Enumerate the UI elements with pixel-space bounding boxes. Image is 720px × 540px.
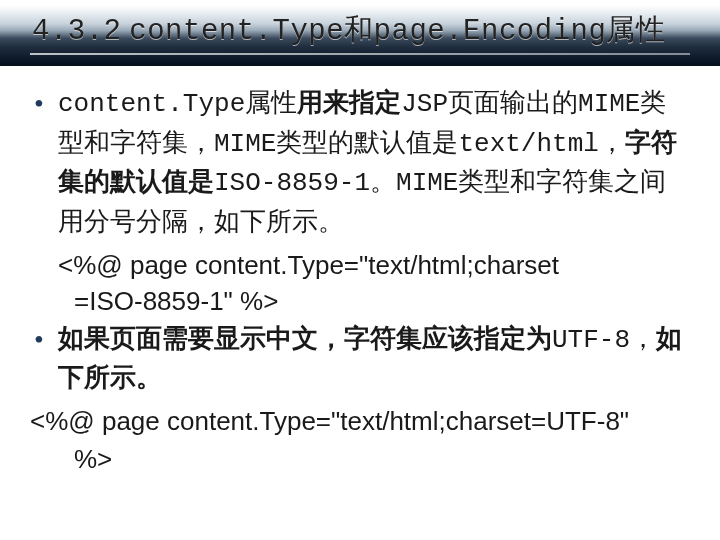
slide: 4.3.2 content.Type和page.Encoding属性 conte… bbox=[0, 0, 720, 540]
b1-t4: 类型的默认值是 bbox=[276, 128, 458, 157]
b1-m2: MIME bbox=[578, 89, 640, 119]
b1-m3: MIME bbox=[214, 129, 276, 159]
b1-m1: JSP bbox=[401, 89, 448, 119]
section-number: 4.3.2 bbox=[32, 15, 122, 48]
code-example-2-line1: <%@ page content.Type="text/html;charset… bbox=[30, 403, 690, 441]
code-example-1-line2: =ISO-8859-1" %> bbox=[30, 283, 690, 319]
bullet-2: 如果页面需要显示中文，字符集应该指定为UTF-8，如下所示。 bbox=[30, 320, 690, 397]
b1-t6: 。 bbox=[370, 167, 396, 196]
b1-m4: text/html， bbox=[458, 129, 624, 159]
b1-m6: MIME bbox=[396, 168, 458, 198]
title-underline bbox=[30, 53, 690, 55]
bullet-1: content.Type属性用来指定JSP页面输出的MIME类型和字符集，MIM… bbox=[30, 84, 690, 241]
title-band: 4.3.2 content.Type和page.Encoding属性 bbox=[0, 0, 720, 66]
b2-m1: UTF-8， bbox=[552, 325, 656, 355]
slide-body: content.Type属性用来指定JSP页面输出的MIME类型和字符集，MIM… bbox=[0, 66, 720, 478]
b1-m5: ISO-8859-1 bbox=[214, 168, 370, 198]
code-example-2-line2: %> bbox=[30, 441, 690, 479]
b1-t2: 页面输出的 bbox=[448, 88, 578, 117]
code-example-1-line1: <%@ page content.Type="text/html;charset bbox=[30, 247, 690, 283]
b2-t1: 如果页面需要显示中文，字符集应该指定为 bbox=[58, 324, 552, 353]
title-text: content.Type和page.Encoding属性 bbox=[129, 15, 665, 48]
slide-title: 4.3.2 content.Type和page.Encoding属性 bbox=[32, 10, 665, 50]
b1-t1: 用来指定 bbox=[297, 88, 401, 117]
lead-term: content.Type属性 bbox=[58, 89, 297, 119]
